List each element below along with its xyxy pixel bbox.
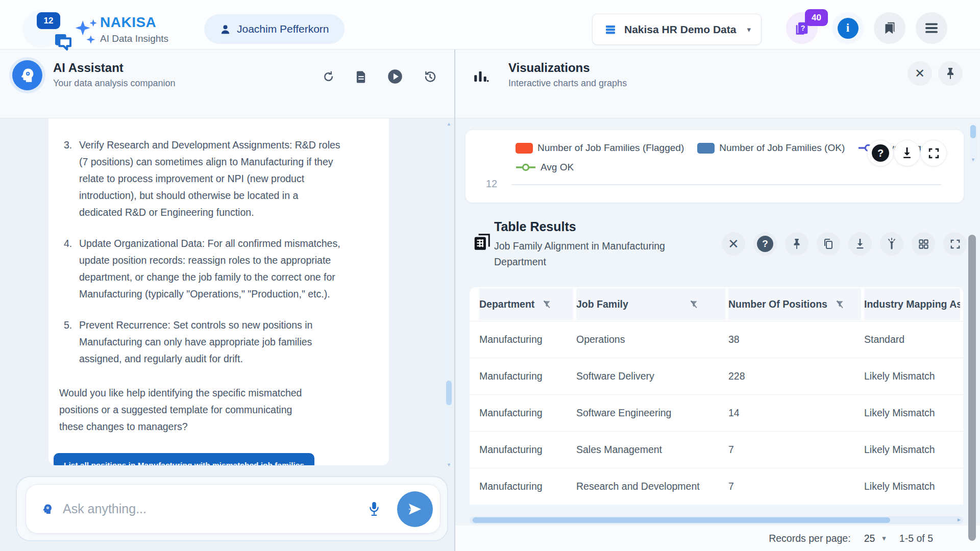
legend-label: Number of Job Families (Flagged) (537, 142, 684, 154)
table-highlight-button[interactable] (880, 232, 903, 256)
table-fullscreen-button[interactable] (943, 232, 967, 256)
cell-job-family: Software Engineering (576, 407, 728, 419)
filter-icon[interactable] (835, 298, 845, 310)
panel-scrollbar-thumb[interactable] (968, 235, 976, 541)
send-button[interactable] (397, 491, 433, 527)
top-bar: 12 NAKISA AI Data Insights Joachim Peffe… (0, 0, 980, 49)
cell-department: Manufacturing (479, 370, 576, 382)
pagination-range: 1-5 of 5 (899, 533, 933, 544)
cell-job-family: Operations (576, 334, 728, 345)
cell-job-family: Research and Development (576, 481, 728, 492)
refresh-button[interactable] (322, 70, 335, 83)
filter-icon[interactable] (542, 298, 552, 310)
user-menu-pill[interactable]: Joachim Pefferkorn (204, 14, 345, 44)
torch-icon (886, 237, 898, 251)
assistant-subtitle: Your data analysis companion (53, 78, 176, 89)
transcript-document-button[interactable] (355, 70, 367, 83)
column-header-job-family[interactable]: Job Family (576, 288, 725, 320)
table-grid-view-button[interactable] (912, 232, 935, 256)
user-name: Joachim Pefferkorn (237, 23, 329, 35)
suggestion-button[interactable]: List all positions in Manufacturing with… (54, 453, 314, 465)
table-download-button[interactable] (848, 232, 872, 256)
chart-fullscreen-button[interactable] (921, 140, 946, 166)
cell-industry-mapping: Likely Mismatch (864, 370, 963, 382)
table-pagination: Records per page: 25 ▾ 1-5 of 5 (455, 525, 980, 551)
close-visualizations-button[interactable]: ✕ (908, 61, 932, 86)
table-results-subtitle: Job Family Alignment in Manufacturing De… (494, 238, 673, 270)
filter-icon[interactable] (689, 298, 699, 310)
table-results-title: Table Results (494, 219, 576, 234)
cell-positions: 7 (728, 444, 864, 456)
scroll-down-icon[interactable]: ▼ (969, 157, 977, 162)
table-header-row: Department Job Family (470, 287, 963, 321)
pin-visualizations-button[interactable] (938, 61, 963, 86)
assistant-panel: AI Assistant Your data analysis companio… (0, 49, 454, 551)
legend-label: Number of Job Families (OK) (719, 142, 845, 154)
table-row: Manufacturing Sales Management 7 Likely … (470, 431, 963, 468)
legend-marker-avg-ok (516, 163, 536, 171)
info-button[interactable]: i (832, 12, 864, 44)
table-close-button[interactable]: ✕ (722, 232, 745, 256)
ai-assistant-avatar (12, 60, 42, 90)
scroll-down-icon[interactable]: ▼ (445, 462, 453, 467)
play-button[interactable] (387, 69, 403, 84)
download-icon (901, 146, 913, 160)
table-copy-button[interactable] (817, 232, 840, 256)
list-item-number: 5. (64, 317, 79, 367)
chevron-down-icon: ▾ (747, 25, 751, 34)
microphone-icon[interactable] (368, 500, 381, 518)
list-item: 4. Update Organizational Data: For all c… (64, 235, 342, 303)
assistant-closing-question: Would you like help identifying the spec… (59, 385, 314, 435)
person-icon (219, 23, 231, 35)
legend-item-ok[interactable]: Number of Job Families (OK) (697, 142, 845, 154)
table-row: Manufacturing Operations 38 Standard (470, 321, 963, 358)
pushpin-icon (791, 238, 802, 250)
chat-scrollbar[interactable]: ▲ ▼ (445, 120, 453, 468)
table-horizontal-scrollbar-thumb[interactable] (473, 517, 890, 523)
brand-subtitle: AI Data Insights (100, 33, 168, 44)
chart-help-button[interactable]: ? (868, 140, 893, 166)
table-row: Manufacturing Software Delivery 228 Like… (470, 358, 963, 394)
legend-item-flagged[interactable]: Number of Job Families (Flagged) (516, 142, 684, 154)
cell-department: Manufacturing (479, 407, 576, 419)
chart-card-scrollbar[interactable]: ▼ (969, 123, 977, 162)
dataset-selector[interactable]: Nakisa HR Demo Data ▾ (592, 14, 762, 45)
help-count-badge: 40 (805, 9, 828, 26)
bookmark-icon (883, 21, 897, 35)
table-horizontal-scrollbar[interactable]: ◄ ► (470, 516, 963, 524)
list-item-text: Update Organizational Data: For all conf… (79, 235, 342, 303)
cell-industry-mapping: Standard (864, 334, 963, 345)
cell-job-family: Sales Management (576, 444, 728, 456)
page-size-dropdown[interactable]: 25 ▾ (864, 533, 886, 544)
assistant-panel-header: AI Assistant Your data analysis companio… (0, 49, 454, 118)
messages-count-badge: 12 (37, 12, 60, 29)
close-icon: ✕ (728, 236, 739, 252)
chart-card: Number of Job Families (Flagged) Number … (465, 130, 964, 203)
copy-icon (822, 237, 835, 251)
composer-container (16, 476, 448, 541)
chart-card-scrollbar-thumb[interactable] (970, 125, 976, 138)
brand-name: NAKISA (100, 14, 168, 31)
table-pin-button[interactable] (785, 232, 808, 256)
main-menu-button[interactable] (916, 12, 947, 44)
scroll-right-icon[interactable]: ► (957, 517, 962, 522)
bookmarks-button[interactable] (874, 12, 905, 44)
list-icon (604, 23, 617, 36)
table-help-button[interactable]: ? (753, 232, 777, 256)
visualizations-header: Visualizations Interactive charts and gr… (455, 49, 980, 118)
chat-scrollbar-thumb[interactable] (446, 381, 452, 405)
scroll-up-icon[interactable]: ▲ (445, 121, 453, 127)
column-header-department[interactable]: Department (479, 288, 573, 320)
legend-item-avg-ok[interactable]: Avg OK (516, 162, 574, 173)
dataset-label: Nakisa HR Demo Data (624, 23, 740, 36)
cell-positions: 14 (728, 407, 864, 419)
column-header-number-of-positions[interactable]: Number Of Positions (728, 288, 861, 320)
chat-input[interactable] (63, 502, 358, 516)
chart-download-button[interactable] (894, 140, 920, 166)
table-icon (472, 232, 492, 252)
history-button[interactable] (423, 70, 437, 84)
column-header-industry-mapping[interactable]: Industry Mapping As (864, 288, 960, 320)
cell-department: Manufacturing (479, 481, 576, 492)
question-icon: ? (757, 236, 773, 252)
list-item-number: 3. (64, 137, 79, 221)
